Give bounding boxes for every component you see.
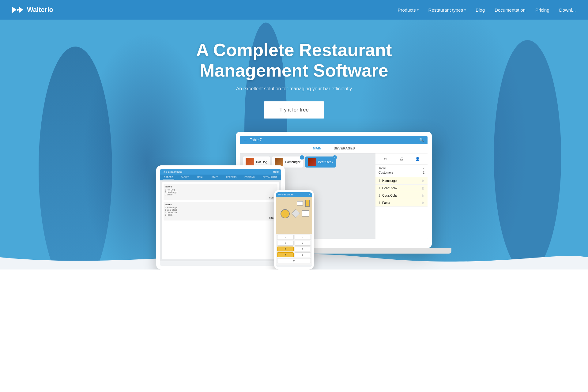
nav-blog[interactable]: Blog [476, 7, 485, 13]
table-rect[interactable] [302, 210, 309, 217]
numpad-5[interactable]: 5 [277, 247, 294, 251]
tablet-body: Table 5 1 Hot Dog 1 Hamburger 2 Water $1… [160, 180, 281, 261]
tablet-nav-orders[interactable]: ORDERS [163, 175, 174, 179]
trash-icon[interactable]: 🗑 [421, 194, 424, 197]
nav-products[interactable]: Products ▾ [398, 7, 418, 13]
menu-item-steak[interactable]: Beaf Steak 1 [305, 156, 336, 168]
svg-marker-0 [12, 7, 17, 13]
order-item-cola: 1 Coca Cola 🗑 [375, 192, 428, 199]
numpad-row-3: 5 6 [277, 247, 311, 251]
svg-marker-1 [19, 7, 23, 13]
mockup-area: ← Table 7 🔍 MAIN BEVERAGES [156, 123, 432, 270]
tablet-nav-restaurant[interactable]: RESTAURANT [262, 175, 278, 179]
hamburger-badge: 1 [300, 155, 304, 160]
tablet-nav-tables[interactable]: TABLES [180, 175, 190, 179]
navigation: Waiterio Products ▾ Restaurant types ▾ B… [0, 0, 588, 20]
numpad: 1 2 3 4 5 6 7 8 [276, 234, 312, 265]
table-small-rect[interactable] [297, 201, 303, 205]
tab-main[interactable]: MAIN [313, 146, 321, 151]
brand-name: Waiterio [27, 6, 53, 14]
bowtie-icon [12, 7, 23, 13]
table-diamond[interactable] [292, 209, 300, 218]
hotdog-label: Hot Dog [256, 160, 267, 164]
hamburger-img [275, 158, 283, 166]
hero-title: A Complete Restaurant Management Softwar… [196, 40, 392, 81]
pos-header: ← Table 7 🔍 [240, 136, 428, 144]
brand[interactable]: Waiterio [12, 6, 53, 14]
phone-menu-icon[interactable]: ≡ [309, 194, 310, 196]
pos-order-header: ✂ 🖨 👤 [375, 153, 428, 165]
phone-outer: The Steakhouse ≡ 1 2 [274, 190, 314, 270]
pos-order-panel: ✂ 🖨 👤 Table 7 [375, 153, 428, 239]
order-item-hamburger: 1 Hamburger 🗑 [375, 177, 428, 185]
phone-header: The Steakhouse ≡ [276, 192, 312, 197]
steak-img [308, 158, 316, 166]
tablet-nav-reports[interactable]: REPORTS [225, 175, 238, 179]
pos-order-info: Table 7 Customers 2 [375, 165, 428, 177]
chevron-down-icon: ▾ [464, 8, 466, 12]
cut-icon[interactable]: ✂ [382, 155, 389, 163]
hero-subtitle: An excellent solution for managing your … [236, 86, 352, 92]
nav-links: Products ▾ Restaurant types ▾ Blog Docum… [398, 7, 576, 13]
svg-point-2 [17, 9, 19, 11]
numpad-9[interactable]: 9 [277, 258, 311, 263]
trash-icon[interactable]: 🗑 [421, 187, 424, 190]
numpad-2[interactable]: 2 [295, 235, 311, 240]
print-icon[interactable]: 🖨 [398, 155, 405, 163]
phone-brand: The Steakhouse [278, 194, 293, 196]
numpad-1[interactable]: 1 [277, 235, 294, 240]
hero-section: A Complete Restaurant Management Softwar… [0, 0, 588, 270]
nav-restaurant-types[interactable]: Restaurant types ▾ [428, 7, 466, 13]
phone-mockup: The Steakhouse ≡ 1 2 [274, 190, 314, 270]
steak-label: Beaf Steak [318, 160, 333, 164]
tablet-screen: The Steakhouse Help ORDERS TABLES MENU S… [160, 169, 281, 266]
tablet-nav-staff[interactable]: STAFF [210, 175, 220, 179]
tablet-header: The Steakhouse Help [160, 169, 281, 175]
back-icon[interactable]: ← [244, 138, 247, 142]
tablet-nav: ORDERS TABLES MENU STAFF REPORTS PRINTIN… [160, 175, 281, 180]
table-rect-2[interactable] [305, 200, 310, 207]
numpad-row-2: 3 4 [277, 241, 311, 246]
hamburger-label: Hamburger [285, 160, 300, 164]
tablet-order-table7[interactable]: Table 7 1 Hamburger 1 Beaf Steak 1 Coca … [164, 202, 277, 221]
trash-icon[interactable]: 🗑 [421, 179, 424, 183]
numpad-7[interactable]: 7 [277, 252, 294, 257]
numpad-6[interactable]: 6 [295, 247, 311, 251]
customers-value: 2 [423, 171, 424, 174]
steak-badge: 1 [333, 155, 337, 160]
chevron-down-icon: ▾ [417, 8, 419, 12]
table-value: 7 [423, 167, 424, 170]
numpad-4[interactable]: 4 [295, 241, 311, 246]
search-icon[interactable]: 🔍 [419, 138, 424, 142]
tablet-nav-printing[interactable]: PRINTING [243, 175, 256, 179]
try-free-button[interactable]: Try it for free [264, 101, 324, 119]
table-circle[interactable] [281, 209, 290, 218]
pos-order-items: 1 Hamburger 🗑 1 Beaf Steak 🗑 1 Coca Cola [375, 177, 428, 239]
tablet-brand: The Steakhouse [162, 170, 183, 173]
tab-beverages[interactable]: BEVERAGES [334, 146, 355, 151]
tablet-orders-list: Table 5 1 Hot Dog 1 Hamburger 2 Water $1… [162, 182, 279, 259]
nav-pricing[interactable]: Pricing [535, 7, 549, 13]
order-item-steak: 1 Beaf Steak 🗑 [375, 185, 428, 192]
table-label: Table [379, 167, 386, 170]
phone-screen: The Steakhouse ≡ 1 2 [276, 192, 312, 267]
customers-label: Customers [379, 171, 393, 174]
nav-documentation[interactable]: Documentation [495, 7, 526, 13]
tablet-outer: The Steakhouse Help ORDERS TABLES MENU S… [156, 165, 285, 270]
nav-download[interactable]: Downl... [559, 7, 576, 13]
numpad-row-4: 7 8 [277, 252, 311, 257]
numpad-8[interactable]: 8 [295, 252, 311, 257]
pos-table-title: Table 7 [250, 138, 262, 142]
tablet-order-table5[interactable]: Table 5 1 Hot Dog 1 Hamburger 2 Water $1… [164, 184, 277, 200]
trash-icon[interactable]: 🗑 [421, 201, 424, 205]
pos-tabs: MAIN BEVERAGES [240, 144, 428, 153]
order-item-fanta: 1 Fanta 🗑 [375, 199, 428, 207]
hotdog-img [246, 158, 254, 166]
tablet-mockup: The Steakhouse Help ORDERS TABLES MENU S… [156, 165, 285, 270]
person-icon[interactable]: 👤 [414, 155, 421, 163]
tablet-nav-menu[interactable]: MENU [196, 175, 205, 179]
help-label: Help [273, 170, 279, 173]
phone-table-view [276, 197, 312, 234]
numpad-row-5: 9 [277, 258, 311, 263]
numpad-3[interactable]: 3 [277, 241, 294, 246]
